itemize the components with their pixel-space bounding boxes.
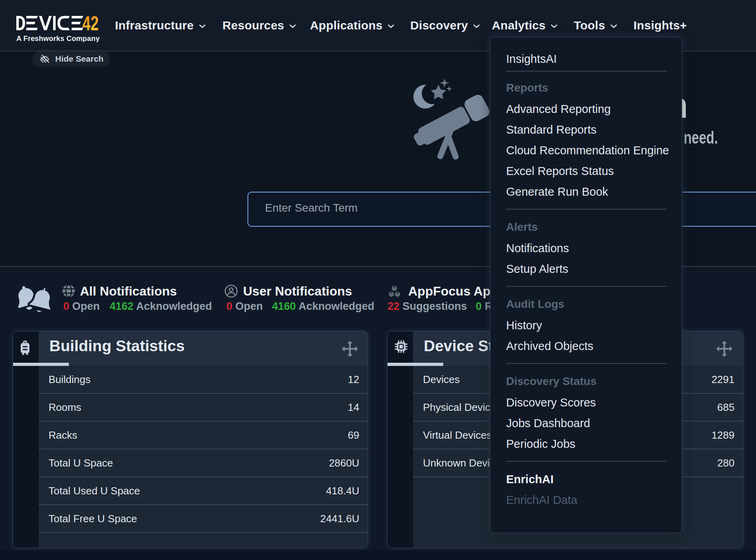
svg-text:42: 42: [82, 16, 99, 35]
svg-text:A Freshworks Company: A Freshworks Company: [16, 35, 99, 42]
